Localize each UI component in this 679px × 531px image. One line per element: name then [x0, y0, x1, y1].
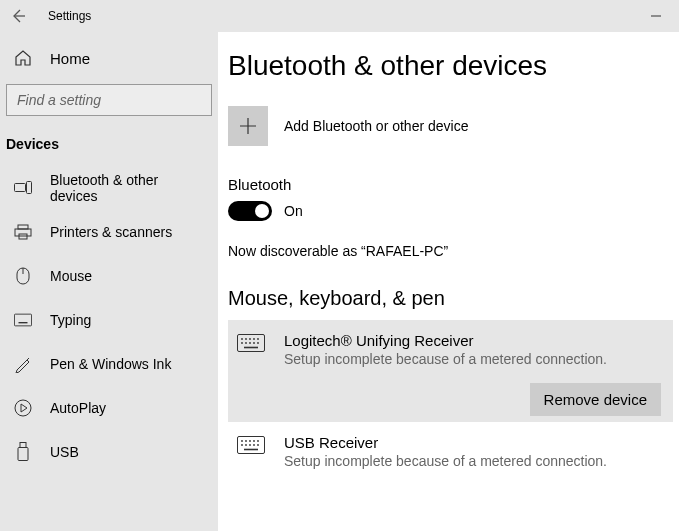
sidebar-item-label: Pen & Windows Ink [50, 356, 171, 372]
minimize-button[interactable] [633, 0, 679, 32]
svg-point-38 [257, 444, 259, 446]
svg-point-35 [245, 444, 247, 446]
device-item[interactable]: Logitech® Unifying Receiver Setup incomp… [228, 320, 673, 422]
svg-rect-3 [15, 229, 31, 236]
svg-point-13 [15, 400, 31, 416]
keyboard-icon [14, 313, 32, 327]
device-status: Setup incomplete because of a metered co… [284, 453, 607, 469]
window-title: Settings [48, 9, 91, 23]
sidebar-home[interactable]: Home [0, 36, 218, 80]
bluetooth-state: On [284, 203, 303, 219]
home-icon [14, 49, 32, 67]
sidebar: Home Devices Bluetooth & other devices P… [0, 32, 218, 531]
window-controls [633, 0, 679, 32]
printer-icon [14, 224, 32, 240]
discoverable-text: Now discoverable as “RAFAEL-PC” [228, 243, 679, 259]
bluetooth-toggle[interactable] [228, 201, 272, 221]
arrow-left-icon [10, 8, 26, 24]
keyboard-icon [234, 332, 268, 367]
device-item[interactable]: USB Receiver Setup incomplete because of… [228, 422, 673, 481]
titlebar: Settings [0, 0, 679, 32]
svg-point-34 [241, 444, 243, 446]
sidebar-item-label: AutoPlay [50, 400, 106, 416]
svg-rect-0 [15, 184, 26, 192]
svg-point-17 [241, 338, 243, 340]
autoplay-icon [14, 399, 32, 417]
bluetooth-label: Bluetooth [228, 176, 679, 193]
sidebar-item-label: Typing [50, 312, 91, 328]
device-name: Logitech® Unifying Receiver [284, 332, 607, 349]
svg-point-24 [249, 342, 251, 344]
sidebar-item-label: Printers & scanners [50, 224, 172, 240]
svg-point-31 [249, 440, 251, 442]
device-name: USB Receiver [284, 434, 607, 451]
svg-point-36 [249, 444, 251, 446]
sidebar-item-autoplay[interactable]: AutoPlay [0, 386, 218, 430]
back-button[interactable] [0, 0, 36, 32]
svg-point-33 [257, 440, 259, 442]
svg-point-32 [253, 440, 255, 442]
svg-point-25 [253, 342, 255, 344]
device-status: Setup incomplete because of a metered co… [284, 351, 607, 367]
mouse-icon [14, 267, 32, 285]
svg-point-29 [241, 440, 243, 442]
sidebar-item-label: Bluetooth & other devices [50, 172, 204, 204]
usb-icon [14, 442, 32, 462]
svg-rect-15 [18, 448, 28, 461]
svg-point-19 [249, 338, 251, 340]
svg-point-23 [245, 342, 247, 344]
svg-rect-7 [14, 314, 31, 326]
search-input[interactable] [6, 84, 212, 116]
main-content: Bluetooth & other devices Add Bluetooth … [218, 32, 679, 531]
svg-rect-14 [20, 443, 26, 448]
plus-icon [228, 106, 268, 146]
svg-point-18 [245, 338, 247, 340]
svg-point-21 [257, 338, 259, 340]
svg-point-30 [245, 440, 247, 442]
svg-point-26 [257, 342, 259, 344]
sidebar-item-label: USB [50, 444, 79, 460]
svg-point-20 [253, 338, 255, 340]
section-title: Mouse, keyboard, & pen [228, 287, 679, 310]
svg-point-22 [241, 342, 243, 344]
sidebar-category: Devices [0, 126, 218, 166]
add-device-label: Add Bluetooth or other device [284, 118, 468, 134]
sidebar-item-typing[interactable]: Typing [0, 298, 218, 342]
add-device-button[interactable]: Add Bluetooth or other device [228, 106, 679, 146]
sidebar-item-bluetooth[interactable]: Bluetooth & other devices [0, 166, 218, 210]
keyboard-icon [234, 434, 268, 469]
svg-rect-2 [18, 225, 28, 229]
sidebar-home-label: Home [50, 50, 90, 67]
minimize-icon [651, 11, 661, 21]
page-title: Bluetooth & other devices [228, 50, 679, 82]
sidebar-item-usb[interactable]: USB [0, 430, 218, 474]
sidebar-item-pen[interactable]: Pen & Windows Ink [0, 342, 218, 386]
sidebar-item-printers[interactable]: Printers & scanners [0, 210, 218, 254]
devices-icon [14, 180, 32, 196]
svg-point-37 [253, 444, 255, 446]
sidebar-item-label: Mouse [50, 268, 92, 284]
svg-rect-1 [27, 182, 32, 194]
sidebar-item-mouse[interactable]: Mouse [0, 254, 218, 298]
pen-icon [14, 355, 32, 373]
remove-device-button[interactable]: Remove device [530, 383, 661, 416]
